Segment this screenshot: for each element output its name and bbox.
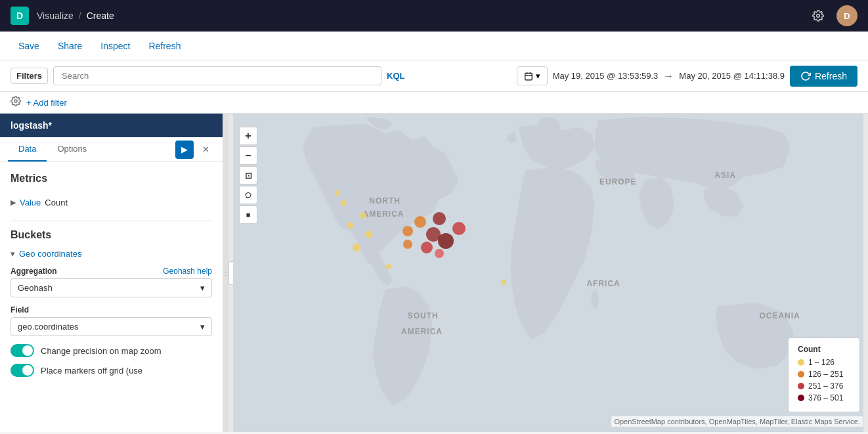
precision-toggle-label: Change precision on map zoom [41, 346, 162, 356]
date-picker-button[interactable]: ▾ [517, 66, 548, 85]
geo-coordinates-row[interactable]: ▾ Geo coordinates [11, 249, 212, 259]
share-button[interactable]: Share [50, 37, 90, 55]
legend-range-1: 1 – 126 [808, 358, 835, 367]
breadcrumb: Visualize / Create [37, 11, 114, 21]
date-range: ▾ May 19, 2015 @ 13:53:59.3 → May 20, 20… [517, 66, 785, 85]
main-layout: logstash* Data Options ▶ ✕ Metrics ▶ Val… [0, 114, 868, 432]
legend-dot-3 [798, 383, 804, 389]
filters-label: Filters [11, 68, 48, 84]
legend-range-2: 126 – 251 [808, 370, 843, 379]
dropdown-chevron-icon: ▾ [200, 283, 205, 293]
legend-dot-1 [798, 359, 804, 366]
panel-content: Metrics ▶ Value Count Buckets ▾ Geo coor… [0, 162, 223, 432]
panel-tabs: Data Options ▶ ✕ [0, 137, 223, 162]
square-button[interactable]: ■ [239, 206, 257, 224]
svg-point-5 [14, 100, 17, 102]
refresh-main-label: Refresh [815, 71, 847, 81]
top-nav: D Visualize / Create D [0, 0, 868, 32]
legend-item-4: 376 – 501 [798, 393, 850, 402]
precision-toggle[interactable] [11, 344, 34, 357]
toggle-markers-row: Place markers off grid (use [11, 364, 212, 377]
refresh-icon [800, 71, 811, 81]
map-controls: + − ⊡ ⬠ ■ [239, 127, 257, 224]
legend-range-3: 251 – 376 [808, 381, 843, 391]
svg-point-0 [817, 14, 820, 18]
index-pattern-header: logstash* [0, 114, 223, 137]
divider-1 [11, 221, 212, 221]
field-value: geo.coordinates [18, 322, 79, 332]
buckets-title: Buckets [11, 229, 212, 241]
zoom-out-button[interactable]: − [239, 146, 257, 165]
geohash-help-link[interactable]: Geohash help [163, 267, 212, 276]
filter-bar: Filters KQL ▾ May 19, 2015 @ 13:53:59.3 … [0, 60, 868, 92]
field-dropdown-chevron-icon: ▾ [200, 322, 205, 332]
legend-item-2: 126 – 251 [798, 370, 850, 379]
calendar-icon [524, 72, 533, 81]
field-row: Field geo.coordinates ▾ [11, 305, 212, 336]
metric-count-label: Count [45, 198, 68, 207]
legend-dot-4 [798, 395, 804, 401]
metric-value-count[interactable]: ▶ Value Count [11, 192, 212, 213]
chevron-down-icon: ▾ [536, 71, 540, 81]
aggregation-select[interactable]: Geohash ▾ [11, 278, 212, 297]
play-button[interactable]: ▶ [175, 141, 194, 159]
aggregation-value: Geohash [18, 283, 53, 293]
svg-rect-1 [525, 73, 532, 80]
world-map [228, 114, 868, 432]
gear-icon [11, 96, 21, 106]
crop-button[interactable]: ⊡ [239, 166, 257, 184]
date-start: May 19, 2015 @ 13:53:59.3 [553, 71, 659, 81]
refresh-button[interactable]: Refresh [141, 37, 188, 55]
search-input[interactable] [53, 66, 381, 85]
close-button[interactable]: ✕ [196, 141, 215, 159]
tab-options[interactable]: Options [47, 137, 97, 162]
chevron-down-icon: ▾ [11, 249, 15, 259]
map-area: ‹ [228, 114, 868, 432]
refresh-main-button[interactable]: Refresh [790, 66, 857, 87]
field-select[interactable]: geo.coordinates ▾ [11, 317, 212, 336]
aggregation-label: Aggregation [11, 267, 57, 276]
date-arrow: → [663, 70, 674, 82]
settings-gear-button[interactable] [11, 96, 21, 109]
app-icon: D [11, 7, 29, 25]
markers-toggle-label: Place markers off grid (use [41, 366, 142, 376]
inspect-button[interactable]: Inspect [93, 37, 138, 55]
left-panel: logstash* Data Options ▶ ✕ Metrics ▶ Val… [0, 114, 223, 432]
metric-value-label: Value [20, 198, 41, 207]
save-button[interactable]: Save [11, 37, 47, 55]
metrics-title: Metrics [11, 173, 212, 184]
settings-row: + Add filter [0, 92, 868, 114]
breadcrumb-parent[interactable]: Visualize [37, 11, 74, 21]
map-attribution: OpenStreetMap contributors, OpenMapTiles… [611, 416, 863, 427]
zoom-in-button[interactable]: + [239, 127, 257, 145]
toggle-precision-row: Change precision on map zoom [11, 344, 212, 357]
map-legend: Count 1 – 126 126 – 251 251 – 376 376 – … [788, 337, 860, 412]
kql-button[interactable]: KQL [387, 71, 404, 81]
user-avatar[interactable]: D [836, 5, 857, 26]
legend-title: Count [798, 345, 850, 354]
legend-dot-2 [798, 371, 804, 378]
polygon-button[interactable]: ⬠ [239, 186, 257, 204]
breadcrumb-current: Create [87, 11, 114, 21]
settings-icon-btn[interactable] [808, 5, 829, 26]
chevron-right-icon: ▶ [11, 198, 16, 207]
tab-data[interactable]: Data [8, 137, 47, 162]
aggregation-row: Aggregation Geohash help Geohash ▾ [11, 267, 212, 297]
toolbar: Save Share Inspect Refresh [0, 32, 868, 60]
legend-item-3: 251 – 376 [798, 381, 850, 391]
geo-coordinates-label: Geo coordinates [19, 249, 81, 259]
markers-toggle[interactable] [11, 364, 34, 377]
legend-range-4: 376 – 501 [808, 393, 843, 402]
date-end: May 20, 2015 @ 14:11:38.9 [679, 71, 785, 81]
field-label: Field [11, 305, 29, 315]
legend-item-1: 1 – 126 [798, 358, 850, 367]
add-filter-button[interactable]: + Add filter [26, 98, 67, 108]
panel-resize-handle[interactable]: ⋮ [223, 114, 228, 432]
